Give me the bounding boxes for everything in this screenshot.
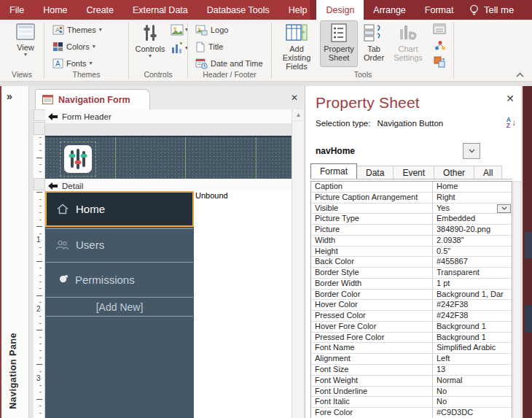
property-row[interactable]: Hover Fore Color Background 1 <box>311 322 512 333</box>
combo-dropdown-button[interactable] <box>463 143 480 159</box>
scroll-up-icon[interactable]: ▲ <box>293 109 304 121</box>
property-value[interactable]: Normal <box>433 376 512 386</box>
property-row[interactable]: Picture Caption Arrangement Right <box>311 193 512 204</box>
insert-chart-button[interactable]: ▾ <box>171 42 188 54</box>
property-value[interactable]: #C9D3DC <box>433 408 512 418</box>
form-icon <box>42 95 53 104</box>
property-value[interactable]: Embedded <box>433 214 512 224</box>
nav-button-users[interactable]: Users <box>46 228 193 260</box>
property-row[interactable]: Hover Color #242F38 <box>311 300 512 311</box>
document-tab-navigation-form[interactable]: Navigation Form <box>35 89 150 109</box>
property-value[interactable]: #455867 <box>433 257 512 267</box>
property-sheet-button[interactable]: Property Sheet <box>321 21 357 66</box>
expand-pane-icon[interactable]: » <box>7 90 12 102</box>
form-logo-image[interactable] <box>64 145 92 173</box>
property-value[interactable]: Background 1 <box>433 322 512 332</box>
group-separator <box>271 22 272 79</box>
property-value[interactable]: 13 <box>433 365 512 375</box>
property-value[interactable]: Background 1, Dar <box>433 290 512 300</box>
ribbon-tab[interactable]: Arrange <box>364 0 415 20</box>
sort-alphabetical-button[interactable]: AZ ↓ <box>506 117 516 128</box>
form-header-grid[interactable] <box>45 136 292 179</box>
property-row[interactable]: Back Color #455867 <box>311 257 512 268</box>
property-value[interactable]: Transparent <box>433 268 512 278</box>
ribbon-tab[interactable]: Format <box>415 0 463 20</box>
design-vertical-scrollbar[interactable]: ▲ <box>292 109 304 418</box>
property-row[interactable]: Pressed Fore Color Background 1 <box>311 333 512 344</box>
property-row[interactable]: Font Size 13 <box>311 365 512 376</box>
form-header-section-bar[interactable]: Form Header <box>45 109 292 123</box>
property-value[interactable]: #242F38 <box>433 300 512 310</box>
close-property-sheet-icon[interactable]: ✕ <box>504 92 517 105</box>
property-row[interactable]: Border Color Background 1, Dar <box>311 290 512 301</box>
property-value[interactable]: 384890-20.png <box>433 225 512 235</box>
controls-button[interactable]: Controls ▾ <box>133 21 168 66</box>
property-row[interactable]: Visible Yes <box>311 204 512 214</box>
ruler-number: 2 <box>36 304 41 314</box>
ribbon-tab[interactable]: Database Tools <box>197 0 279 20</box>
property-value[interactable]: Left <box>433 354 512 364</box>
property-sheet-tab[interactable]: Other <box>434 166 474 179</box>
property-row[interactable]: Border Width 1 pt <box>311 279 512 290</box>
insert-image-button[interactable]: ▾ <box>171 24 188 36</box>
property-row[interactable]: Pressed Color #242F38 <box>311 311 512 322</box>
property-value[interactable]: Simplified Arabic <box>433 343 512 353</box>
nav-button-permissions[interactable]: Permissions <box>46 262 193 296</box>
property-value[interactable]: Right <box>433 193 512 203</box>
property-row[interactable]: Border Style Transparent <box>311 268 512 279</box>
view-button[interactable]: View ▾ <box>6 21 45 66</box>
property-sheet-tab[interactable]: Event <box>394 166 434 179</box>
property-row[interactable]: Font Weight Normal <box>311 376 512 387</box>
property-sheet-scrollbar[interactable] <box>513 181 521 418</box>
ribbon-tab[interactable]: Home <box>34 0 77 20</box>
property-row[interactable]: Caption Home <box>311 182 512 193</box>
property-row[interactable]: Font Name Simplified Arabic <box>311 343 512 354</box>
nav-button-add-new[interactable]: [Add New] <box>46 297 193 317</box>
property-row[interactable]: Width 2.0938" <box>311 236 512 247</box>
property-row[interactable]: Picture 384890-20.png <box>311 225 512 236</box>
convert-macros-button[interactable] <box>434 56 446 68</box>
ribbon-tab[interactable]: File <box>0 0 34 20</box>
ribbon-tab[interactable]: External Data <box>123 0 197 20</box>
add-existing-fields-button[interactable]: Add Existing Fields <box>275 21 318 66</box>
property-row[interactable]: Alignment Left <box>311 354 512 365</box>
property-row[interactable]: Font Italic No <box>311 397 512 408</box>
property-row[interactable]: Picture Type Embedded <box>311 214 512 225</box>
view-code-button[interactable] <box>434 40 446 51</box>
logo-button[interactable]: Logo <box>192 23 231 37</box>
property-value[interactable]: No <box>433 387 512 397</box>
chevron-down-icon[interactable] <box>497 204 511 214</box>
property-value[interactable]: No <box>433 397 512 407</box>
subform-placeholder[interactable]: Unbound <box>194 191 292 418</box>
close-document-icon[interactable]: ✕ <box>289 92 300 104</box>
tab-order-button[interactable]: Tab Order <box>359 21 389 66</box>
property-value[interactable]: 1 pt <box>433 279 512 289</box>
tell-me-box[interactable]: Tell me <box>463 0 532 20</box>
subform-in-new-window-button[interactable] <box>433 23 446 34</box>
nav-button-home[interactable]: Home <box>45 191 194 227</box>
collapse-ribbon-button[interactable] <box>512 69 527 80</box>
property-name: Picture <box>311 225 433 235</box>
themes-button[interactable]: A Themes ▾ <box>50 23 105 37</box>
object-selector-combo[interactable]: navHome <box>314 143 480 159</box>
property-sheet-tab[interactable]: Format <box>310 163 357 179</box>
property-sheet-tab[interactable]: Data <box>357 166 394 179</box>
fonts-button[interactable]: A Fonts ▾ <box>50 56 95 71</box>
colors-button[interactable]: Colors ▾ <box>50 39 98 54</box>
ribbon-tab[interactable]: Design <box>316 0 364 20</box>
property-value[interactable]: Home <box>433 182 512 192</box>
property-row[interactable]: Height 0.5" <box>311 247 512 258</box>
date-time-button[interactable]: Date and Time <box>192 56 266 71</box>
property-value[interactable]: Background 1 <box>433 333 512 343</box>
property-value[interactable]: #242F38 <box>433 311 512 321</box>
property-sheet-tab[interactable]: All <box>474 166 502 179</box>
property-row[interactable]: Font Underline No <box>311 387 512 398</box>
property-value[interactable]: 2.0938" <box>433 236 512 246</box>
property-value[interactable]: 0.5" <box>433 247 512 257</box>
ribbon-tab[interactable]: Help <box>279 0 317 20</box>
ribbon-tab[interactable]: Create <box>77 0 124 20</box>
property-row[interactable]: Fore Color #C9D3DC <box>311 408 512 418</box>
vertical-ruler[interactable]: 1 2 3 <box>34 121 45 418</box>
navigation-pane-collapsed[interactable]: » Navigation Pane <box>0 86 29 418</box>
title-button[interactable]: Title <box>192 39 226 54</box>
